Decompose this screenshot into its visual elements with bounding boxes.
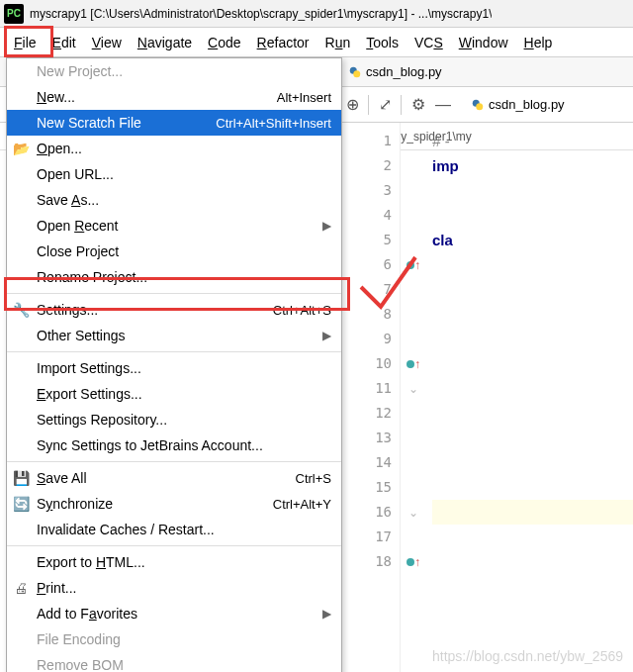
menu-shortcut: Alt+Insert [277,90,331,105]
python-file-icon [348,65,362,79]
expand-icon[interactable]: ⤢ [373,95,397,114]
code-line [432,252,633,277]
menu-item-open-recent[interactable]: Open Recent▶ [7,213,341,239]
menu-bar: File Edit View Navigate Code Refactor Ru… [0,28,633,57]
menu-item-export-to-html[interactable]: Export to HTML... [7,549,341,575]
code-line [432,525,633,549]
menu-item-other-settings[interactable]: Other Settings▶ [7,323,341,348]
menu-item-new-scratch-file[interactable]: New Scratch FileCtrl+Alt+Shift+Insert [7,110,341,136]
fold-icon[interactable]: ⌄ [408,382,418,396]
line-number: 12 [341,401,392,426]
menu-item-export-settings[interactable]: Export Settings... [7,381,341,407]
gutter-icon-cell [401,228,426,252]
menu-item-icon: 💾 [13,470,29,486]
menu-item-label: Export Settings... [37,386,142,402]
line-number: 1 [341,129,392,153]
menu-item-import-settings[interactable]: Import Settings... [7,355,341,381]
menu-item-new[interactable]: New...Alt+Insert [7,84,341,110]
code-line [432,475,633,500]
code-view[interactable]: # -impcla [426,123,633,672]
code-line [432,401,633,426]
editor-tab-label: csdn_blog.py [489,97,565,112]
code-line [432,450,633,475]
code-line [432,277,633,302]
line-number: 3 [341,178,392,203]
up-arrow-icon: ↑ [414,555,420,569]
submenu-arrow-icon: ▶ [322,607,331,621]
menu-tools[interactable]: Tools [358,31,407,54]
line-number: 16 [341,500,392,525]
menu-item-open-url[interactable]: Open URL... [7,161,341,187]
tab-csdn-blog[interactable]: csdn_blog.py [340,64,450,79]
menu-file[interactable]: File [6,31,45,54]
menu-navigate[interactable]: Navigate [130,31,200,54]
menu-edit[interactable]: Edit [45,31,84,54]
menu-vcs[interactable]: VCS [407,31,451,54]
menu-item-sync-settings-to-jetbrains-account[interactable]: Sync Settings to JetBrains Account... [7,432,341,458]
menu-item-label: Close Project [37,243,119,259]
menu-item-settings[interactable]: 🔧Settings...Ctrl+Alt+S [7,297,341,323]
submenu-arrow-icon: ▶ [322,219,331,233]
menu-item-label: Synchronize [37,496,113,512]
menu-item-close-project[interactable]: Close Project [7,239,341,264]
gutter-icons: ↑↑⌄⌄↑ [401,123,426,672]
svg-point-3 [476,103,483,110]
gutter-icon-cell: ⌄ [401,500,426,525]
menu-item-open[interactable]: 📂Open... [7,136,341,161]
divider [401,95,402,115]
menu-item-save-as[interactable]: Save As... [7,187,341,213]
menu-run[interactable]: Run [317,31,359,54]
menu-item-add-to-favorites[interactable]: Add to Favorites▶ [7,601,341,626]
menu-view[interactable]: View [84,31,130,54]
menu-item-synchronize[interactable]: 🔄SynchronizeCtrl+Alt+Y [7,491,341,517]
menu-item-label: Settings Repository... [37,412,167,428]
code-line: cla [432,228,633,252]
gutter-icon-cell [401,450,426,475]
gutter-icon-cell: ↑ [401,351,426,376]
menu-item-label: Open... [37,141,82,156]
svg-point-1 [353,70,360,77]
menu-refactor[interactable]: Refactor [249,31,317,54]
menu-code[interactable]: Code [200,31,248,54]
python-file-icon [471,98,485,112]
minimize-icon[interactable]: — [429,96,453,114]
menu-item-label: Save As... [37,192,99,208]
gear-icon[interactable]: ⚙ [406,95,429,114]
gutter-icon-cell [401,302,426,327]
line-number: 7 [341,277,392,302]
fold-icon[interactable]: ⌄ [408,506,418,520]
code-line [432,351,633,376]
line-number: 2 [341,153,392,178]
line-number: 10 [341,351,392,376]
line-number: 5 [341,228,392,252]
line-number: 6 [341,252,392,277]
menu-item-label: Other Settings [37,328,126,343]
menu-item-icon: 🔄 [13,496,29,512]
override-dot-icon [407,360,414,368]
target-icon[interactable]: ⊕ [340,95,364,114]
menu-window[interactable]: Window [451,31,516,54]
line-number: 8 [341,302,392,327]
line-number: 15 [341,475,392,500]
tab-label: csdn_blog.py [366,64,442,79]
code-line [432,500,633,525]
gutter-icon-cell [401,203,426,228]
gutter-icon-cell [401,475,426,500]
gutter-icon-cell [401,401,426,426]
menu-item-invalidate-caches-restart[interactable]: Invalidate Caches / Restart... [7,517,341,542]
menu-item-settings-repository[interactable]: Settings Repository... [7,407,341,432]
menu-item-rename-project[interactable]: Rename Project... [7,264,341,290]
menu-item-label: Export to HTML... [37,554,145,570]
menu-item-label: Add to Favorites [37,606,137,622]
editor-area: 123456789101112131415161718 ↑↑⌄⌄↑ # -imp… [340,123,633,672]
gutter-icon-cell [401,178,426,203]
menu-item-label: Save All [37,470,87,486]
code-line [432,203,633,228]
code-line [432,426,633,450]
menu-item-print[interactable]: 🖨Print... [7,575,341,601]
menu-shortcut: Ctrl+Alt+Y [273,497,331,512]
menu-help[interactable]: Help [516,31,561,54]
menu-item-label: Import Settings... [37,360,141,376]
menu-item-save-all[interactable]: 💾Save AllCtrl+S [7,465,341,491]
editor-tab-right[interactable]: csdn_blog.py [471,97,565,112]
